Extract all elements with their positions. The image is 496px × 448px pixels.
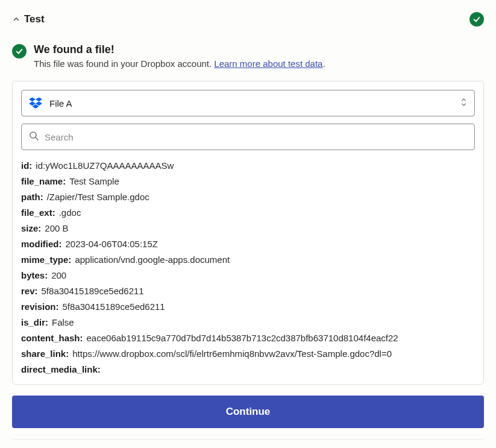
property-value: 2023-04-06T04:05:15Z <box>62 237 158 251</box>
section-title: Test <box>24 13 45 25</box>
file-selector-label: File A <box>49 98 460 109</box>
property-key: content_hash: <box>21 331 83 345</box>
found-check-icon <box>12 44 27 58</box>
property-key: modified: <box>21 237 62 251</box>
file-property-row: modified:2023-04-06T04:05:15Z <box>21 237 472 251</box>
file-property-row: share_link:https://www.dropbox.com/scl/f… <box>21 347 472 361</box>
found-file-banner: We found a file! This file was found in … <box>12 43 484 69</box>
file-properties-list[interactable]: id:id:yWoc1L8UZ7QAAAAAAAAASwfile_name:Te… <box>21 159 475 376</box>
property-value: .gdoc <box>55 206 81 220</box>
property-key: file_ext: <box>21 206 55 220</box>
search-icon <box>29 131 39 143</box>
file-property-row: is_dir:False <box>21 315 472 330</box>
file-property-row: content_hash:eace06ab19115c9a770d7bd7d14… <box>21 331 472 345</box>
file-property-row: direct_media_link:hydrate|||.eJw9j82OwjA… <box>21 362 472 376</box>
property-key: revision: <box>21 300 59 314</box>
property-key: id: <box>21 159 32 173</box>
property-key: share_link: <box>21 347 69 361</box>
status-check-icon <box>469 12 484 27</box>
found-heading: We found a file! <box>34 43 325 56</box>
property-value: 200 B <box>41 221 68 236</box>
property-value: 5f8a30415189ce5ed6211 <box>59 300 165 314</box>
file-property-row: revision:5f8a30415189ce5ed6211 <box>21 300 472 314</box>
property-key: is_dir: <box>21 315 48 330</box>
search-input[interactable] <box>45 132 467 142</box>
collapse-icon[interactable] <box>12 15 20 24</box>
property-key: path: <box>21 190 43 204</box>
property-key: size: <box>21 221 41 236</box>
file-property-row: file_ext:.gdoc <box>21 206 472 220</box>
property-key: bytes: <box>21 268 48 283</box>
footer-divider <box>12 439 484 440</box>
file-property-row: file_name:Test Sample <box>21 174 472 189</box>
continue-button[interactable]: Continue <box>12 396 484 428</box>
property-value: False <box>48 315 74 330</box>
property-value: 200 <box>48 268 66 283</box>
property-key: mime_type: <box>21 253 71 267</box>
file-selector[interactable]: File A <box>21 90 475 116</box>
section-header: Test <box>12 12 484 27</box>
chevron-updown-icon <box>460 98 467 109</box>
file-details-panel: File A id:id:yWoc1L8UZ7QAAAAAAAAASwfile_… <box>12 81 484 385</box>
file-property-row: path:/Zapier/Test Sample.gdoc <box>21 190 472 204</box>
property-value: https://www.dropbox.com/scl/fi/elrtr6emh… <box>69 347 392 361</box>
property-value: Test Sample <box>66 174 119 189</box>
property-value: application/vnd.google-apps.document <box>71 253 230 267</box>
property-key: file_name: <box>21 174 66 189</box>
property-value: 5f8a30415189ce5ed6211 <box>38 284 144 298</box>
search-box[interactable] <box>21 124 475 150</box>
property-key: direct_media_link: <box>21 362 101 376</box>
file-property-row: bytes:200 <box>21 268 472 283</box>
file-property-row: rev:5f8a30415189ce5ed6211 <box>21 284 472 298</box>
file-property-row: id:id:yWoc1L8UZ7QAAAAAAAAASw <box>21 159 472 173</box>
property-value: /Zapier/Test Sample.gdoc <box>43 190 149 204</box>
learn-more-link[interactable]: Learn more about test data <box>214 58 322 69</box>
property-value: id:yWoc1L8UZ7QAAAAAAAAASw <box>32 159 174 173</box>
file-property-row: mime_type:application/vnd.google-apps.do… <box>21 253 472 267</box>
found-description: This file was found in your Dropbox acco… <box>34 58 325 69</box>
property-key: rev: <box>21 284 38 298</box>
property-value: eace06ab19115c9a770d7bd7d14b5387b713c2cd… <box>83 331 398 345</box>
file-property-row: size:200 B <box>21 221 472 236</box>
svg-line-1 <box>36 137 38 140</box>
dropbox-icon <box>29 96 42 110</box>
